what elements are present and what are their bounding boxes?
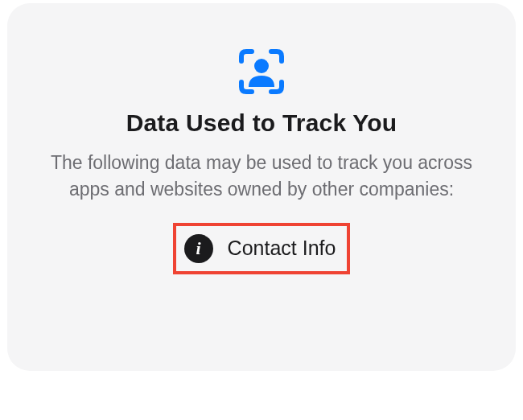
info-icon: i [184, 234, 213, 263]
svg-point-0 [254, 59, 269, 73]
tracked-data-item: i Contact Info [173, 223, 351, 274]
privacy-subtitle: The following data may be used to track … [36, 150, 487, 204]
tracking-person-icon [237, 48, 286, 98]
privacy-heading: Data Used to Track You [33, 109, 490, 137]
privacy-tracking-card: Data Used to Track You The following dat… [7, 3, 516, 371]
tracked-data-label: Contact Info [228, 237, 336, 260]
